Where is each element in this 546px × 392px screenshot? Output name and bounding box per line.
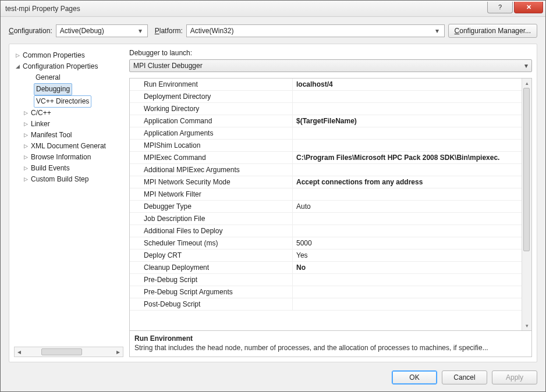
property-value[interactable]: [293, 140, 522, 151]
property-name: Additional Files to Deploy: [130, 225, 293, 237]
scroll-right-icon[interactable]: ▸: [114, 348, 123, 356]
configuration-value: Active(Debug): [60, 27, 104, 35]
property-row[interactable]: MPIExec CommandC:\Program Files\Microsof…: [130, 152, 522, 164]
tree-node-ccpp[interactable]: ▷C/C++: [14, 108, 123, 119]
property-name: Post-Debug Script: [130, 298, 293, 310]
scroll-down-icon[interactable]: ▾: [522, 321, 531, 330]
scroll-track[interactable]: [24, 347, 114, 357]
property-row[interactable]: Deployment Directory: [130, 91, 522, 103]
property-row[interactable]: Cleanup DeploymentNo: [130, 262, 522, 274]
property-value[interactable]: [293, 274, 522, 286]
scroll-thumb[interactable]: [523, 88, 530, 251]
property-value[interactable]: [293, 188, 522, 200]
expand-icon[interactable]: ▷: [22, 141, 29, 152]
grid-vertical-scrollbar[interactable]: ▴ ▾: [522, 79, 531, 330]
property-row[interactable]: Working Directory: [130, 103, 522, 115]
property-value[interactable]: [293, 103, 522, 115]
tree-node-xml[interactable]: ▷XML Document Generat: [14, 141, 123, 152]
property-row[interactable]: Run Environmentlocalhost/4: [130, 79, 522, 91]
chevron-down-icon: ▾: [524, 62, 528, 70]
scroll-track[interactable]: [522, 88, 531, 321]
property-row[interactable]: Application Arguments: [130, 127, 522, 140]
property-row[interactable]: Pre-Debug Script: [130, 274, 522, 286]
scroll-up-icon[interactable]: ▴: [522, 79, 531, 88]
property-name: Scheduler Timeout (ms): [130, 237, 293, 249]
tree-node-browse[interactable]: ▷Browse Information: [14, 152, 123, 163]
property-name: MPIShim Location: [130, 140, 293, 151]
property-row[interactable]: Additional Files to Deploy: [130, 225, 522, 237]
property-grid[interactable]: Run Environmentlocalhost/4Deployment Dir…: [130, 79, 522, 330]
property-value[interactable]: localhost/4: [293, 79, 522, 90]
tree-node-config-properties[interactable]: ◢Configuration Properties: [14, 61, 123, 72]
configuration-label: Configuration:: [9, 27, 52, 35]
chevron-down-icon: ▾: [432, 27, 442, 35]
property-row[interactable]: Additional MPIExec Arguments: [130, 164, 522, 176]
property-value[interactable]: Yes: [293, 250, 522, 261]
expand-icon[interactable]: ▷: [22, 130, 29, 141]
property-value[interactable]: C:\Program Files\Microsoft HPC Pack 2008…: [293, 152, 522, 163]
property-row[interactable]: MPI Network Security ModeAccept connecti…: [130, 176, 522, 188]
description-box: Run Environment String that includes the…: [129, 331, 532, 357]
property-value[interactable]: Accept connections from any address: [293, 176, 522, 188]
property-name: Debugger Type: [130, 201, 293, 212]
expand-icon[interactable]: ▷: [22, 108, 29, 119]
property-value[interactable]: Auto: [293, 201, 522, 212]
property-name: Pre-Debug Script: [130, 274, 293, 286]
property-value[interactable]: [293, 127, 522, 139]
tree-horizontal-scrollbar[interactable]: ◂ ▸: [14, 347, 123, 357]
configuration-combo[interactable]: Active(Debug) ▾: [56, 24, 148, 37]
expand-icon[interactable]: ▷: [14, 50, 21, 61]
expand-icon[interactable]: ▷: [22, 119, 29, 130]
debugger-launch-combo[interactable]: MPI Cluster Debugger ▾: [129, 59, 532, 72]
tree-node-manifest[interactable]: ▷Manifest Tool: [14, 130, 123, 141]
property-value[interactable]: [293, 225, 522, 237]
property-row[interactable]: Pre-Debug Script Arguments: [130, 286, 522, 298]
tree-node-linker[interactable]: ▷Linker: [14, 119, 123, 130]
platform-combo[interactable]: Active(Win32) ▾: [186, 24, 445, 37]
help-button[interactable]: ?: [487, 2, 513, 13]
tree-node-common[interactable]: ▷Common Properties: [14, 50, 123, 61]
property-row[interactable]: Deploy CRTYes: [130, 250, 522, 262]
tree-node-custom[interactable]: ▷Custom Build Step: [14, 174, 123, 185]
property-row[interactable]: MPI Network Filter: [130, 188, 522, 201]
property-row[interactable]: MPIShim Location: [130, 140, 522, 152]
close-button[interactable]: ✕: [514, 2, 543, 13]
property-row[interactable]: Scheduler Timeout (ms)5000: [130, 237, 522, 250]
tree-node-vc-directories[interactable]: VC++ Directories: [14, 95, 123, 108]
property-row[interactable]: Debugger TypeAuto: [130, 201, 522, 213]
property-value[interactable]: [293, 91, 522, 102]
property-value[interactable]: $(TargetFileName): [293, 115, 522, 127]
apply-button[interactable]: Apply: [492, 370, 537, 384]
collapse-icon[interactable]: ◢: [14, 61, 21, 72]
expand-icon[interactable]: ▷: [22, 174, 29, 185]
right-panel: Debugger to launch: MPI Cluster Debugger…: [129, 49, 532, 357]
property-row[interactable]: Application Command$(TargetFileName): [130, 115, 522, 127]
property-name: MPI Network Security Mode: [130, 176, 293, 188]
property-name: Additional MPIExec Arguments: [130, 164, 293, 176]
scroll-left-icon[interactable]: ◂: [15, 348, 24, 356]
property-row[interactable]: Job Description File: [130, 213, 522, 225]
chevron-down-icon: ▾: [136, 27, 145, 35]
scroll-thumb[interactable]: [41, 348, 82, 355]
ok-button[interactable]: OK: [392, 370, 437, 384]
config-row: Configuration: Active(Debug) ▾ Platform:…: [9, 24, 537, 38]
cancel-button[interactable]: Cancel: [442, 370, 487, 384]
property-row[interactable]: Post-Debug Script: [130, 298, 522, 311]
property-value[interactable]: [293, 213, 522, 224]
property-value[interactable]: No: [293, 262, 522, 273]
property-value[interactable]: 5000: [293, 237, 522, 249]
platform-label: Platform:: [155, 27, 183, 35]
expand-icon[interactable]: ▷: [22, 163, 29, 174]
description-text: String that includes the head node, numb…: [134, 344, 527, 352]
property-value[interactable]: [293, 286, 522, 298]
property-value[interactable]: [293, 298, 522, 310]
expand-icon[interactable]: ▷: [22, 152, 29, 163]
property-name: Run Environment: [130, 79, 293, 90]
property-value[interactable]: [293, 164, 522, 176]
configuration-manager-button[interactable]: Configuration Manager...: [448, 24, 537, 38]
property-name: Working Directory: [130, 103, 293, 115]
property-tree[interactable]: ▷Common Properties ◢Configuration Proper…: [14, 49, 123, 344]
tree-node-general[interactable]: General: [14, 72, 123, 83]
tree-node-debugging[interactable]: Debugging: [14, 83, 123, 95]
tree-node-build[interactable]: ▷Build Events: [14, 163, 123, 174]
